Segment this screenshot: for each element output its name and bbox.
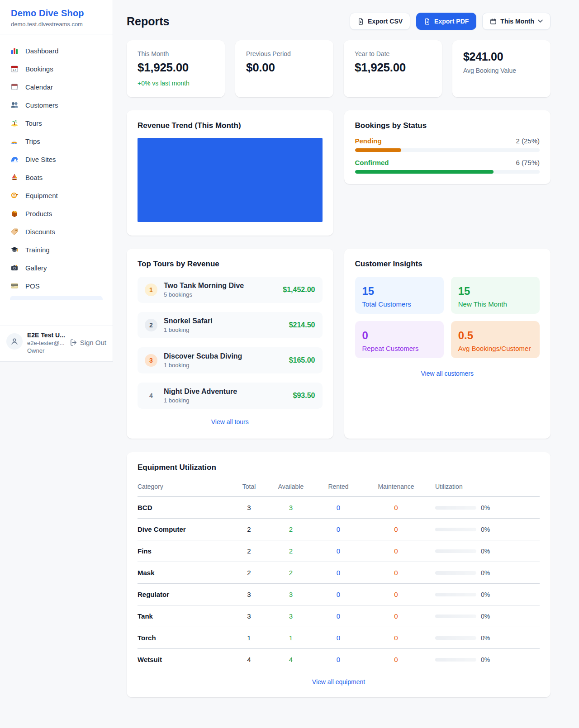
header-actions: Export CSV Export PDF This Month: [350, 13, 551, 30]
bookings-calendar-icon: 17: [10, 64, 19, 73]
utilization-percent: 0%: [481, 548, 490, 555]
tour-name: Two Tank Morning Dive: [164, 282, 276, 290]
sidebar-item-boats[interactable]: Boats: [5, 168, 108, 186]
file-download-icon: [357, 18, 364, 25]
table-row: Wetsuit 4 4 0 0 0%: [138, 649, 540, 670]
column-header-total: Total: [230, 483, 268, 490]
sidebar-item-calendar[interactable]: Calendar: [5, 78, 108, 96]
tour-list-item: 4 Night Dive Adventure 1 booking $93.50: [138, 383, 323, 409]
top-tours-card: Top Tours by Revenue 1 Two Tank Morning …: [127, 249, 333, 439]
column-header-utilization: Utilization: [429, 483, 540, 490]
rank-badge: 2: [145, 319, 157, 331]
sidebar-item-dive-sites[interactable]: Dive Sites: [5, 150, 108, 168]
equipment-maintenance: 0: [363, 547, 429, 555]
table-row: Tank 3 3 0 0 0%: [138, 605, 540, 627]
page-header: Reports Export CSV Export PDF This Month: [127, 13, 551, 30]
sign-out-label: Sign Out: [80, 339, 106, 346]
equipment-rented: 0: [313, 547, 363, 555]
main-content: Reports Export CSV Export PDF This Month…: [113, 0, 579, 697]
equipment-maintenance: 0: [363, 569, 429, 577]
sidebar-item-dashboard[interactable]: Dashboard: [5, 42, 108, 60]
utilization-percent: 0%: [481, 656, 490, 663]
status-row-confirmed: Confirmed 6 (75%): [355, 159, 540, 174]
table-row: Mask 2 2 0 0 0%: [138, 562, 540, 584]
brand-domain: demo.test.divestreams.com: [11, 21, 102, 28]
sidebar-item-label: POS: [25, 282, 40, 290]
equipment-rented: 0: [313, 525, 363, 533]
stat-card-year-to-date: Year to Date $1,925.00: [344, 40, 442, 97]
insight-value: 15: [362, 285, 437, 298]
utilization-percent: 0%: [481, 569, 490, 577]
export-csv-label: Export CSV: [368, 18, 403, 25]
equipment-maintenance: 0: [363, 656, 429, 663]
equipment-available: 3: [268, 504, 313, 511]
status-bar-fill: [355, 170, 494, 174]
sidebar-item-label: Discounts: [25, 228, 55, 236]
equipment-available: 2: [268, 569, 313, 577]
user-section: E2E Test U... e2e-tester@... Owner Sign …: [0, 326, 113, 361]
insight-value: 15: [458, 285, 532, 298]
stat-value: $0.00: [246, 61, 323, 75]
equipment-maintenance: 0: [363, 634, 429, 642]
sidebar-item-discounts[interactable]: Discounts: [5, 222, 108, 241]
utilization-percent: 0%: [481, 526, 490, 533]
insight-value: 0: [362, 329, 437, 342]
sidebar-item-products[interactable]: Products: [5, 204, 108, 222]
equipment-rented: 0: [313, 504, 363, 511]
table-row: Dive Computer 2 2 0 0 0%: [138, 519, 540, 540]
sidebar-item-pos[interactable]: POS: [5, 277, 108, 295]
sidebar-item-reports-active-partial[interactable]: [10, 296, 103, 300]
equipment-rented: 0: [313, 656, 363, 663]
period-label: This Month: [500, 18, 534, 25]
sidebar-item-training[interactable]: Training: [5, 241, 108, 259]
export-csv-button[interactable]: Export CSV: [350, 13, 410, 30]
equipment-total: 2: [230, 569, 268, 577]
sidebar-item-trips[interactable]: Trips: [5, 132, 108, 150]
tour-list: 1 Two Tank Morning Dive 5 bookings $1,45…: [138, 277, 323, 409]
export-pdf-label: Export PDF: [434, 18, 469, 25]
insight-tiles: 15 Total Customers 15 New This Month 0 R…: [355, 277, 540, 358]
equipment-category: Torch: [138, 634, 230, 642]
sidebar-item-label: Gallery: [25, 264, 47, 272]
view-all-tours-link[interactable]: View all tours: [138, 418, 323, 425]
insight-label: Total Customers: [362, 300, 437, 308]
sign-out-button[interactable]: Sign Out: [70, 339, 106, 346]
period-select-button[interactable]: This Month: [482, 13, 551, 30]
sidebar-item-bookings[interactable]: 17 Bookings: [5, 60, 108, 78]
table-row: BCD 3 3 0 0 0%: [138, 497, 540, 519]
table-row: Torch 1 1 0 0 0%: [138, 627, 540, 649]
tour-bookings: 1 booking: [164, 397, 287, 404]
equipment-available: 4: [268, 656, 313, 663]
export-pdf-button[interactable]: Export PDF: [416, 13, 476, 30]
status-label: Confirmed: [355, 159, 389, 166]
sign-out-icon: [70, 339, 77, 346]
sidebar-item-equipment[interactable]: Equipment: [5, 186, 108, 204]
status-bar-fill: [355, 148, 401, 152]
sidebar-item-label: Calendar: [25, 83, 53, 91]
utilization-bar-track: [435, 528, 476, 531]
sidebar-item-gallery[interactable]: Gallery: [5, 259, 108, 277]
bookings-by-status-title: Bookings by Status: [355, 121, 540, 130]
column-header-maintenance: Maintenance: [363, 483, 429, 490]
tour-bookings: 5 bookings: [164, 291, 276, 298]
tour-amount: $93.50: [293, 392, 315, 400]
equipment-maintenance: 0: [363, 612, 429, 620]
equipment-total: 3: [230, 504, 268, 511]
equipment-table-header: Category Total Available Rented Maintena…: [138, 479, 540, 497]
equipment-total: 2: [230, 547, 268, 555]
top-tours-title: Top Tours by Revenue: [138, 260, 323, 269]
page-title: Reports: [127, 15, 169, 28]
sidebar-item-tours[interactable]: Tours: [5, 114, 108, 132]
utilization-bar-track: [435, 571, 476, 575]
view-all-customers-link[interactable]: View all customers: [355, 370, 540, 377]
stat-cards-row: This Month $1,925.00 +0% vs last month P…: [127, 40, 551, 97]
user-info: E2E Test U... e2e-tester@... Owner: [27, 331, 65, 354]
equipment-category: Wetsuit: [138, 656, 230, 663]
equipment-category: BCD: [138, 504, 230, 511]
utilization-percent: 0%: [481, 591, 490, 598]
view-all-equipment-link[interactable]: View all equipment: [138, 678, 540, 685]
stat-label: Avg Booking Value: [463, 67, 540, 74]
revenue-trend-card: Revenue Trend (This Month): [127, 110, 333, 236]
stat-change: +0% vs last month: [138, 80, 214, 87]
sidebar-item-customers[interactable]: Customers: [5, 96, 108, 114]
